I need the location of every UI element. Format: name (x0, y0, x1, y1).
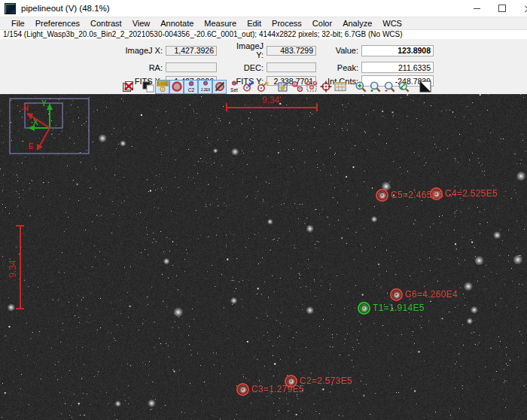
contrast-button[interactable] (141, 80, 155, 94)
aperture-c3[interactable] (236, 383, 249, 396)
menu-process[interactable]: Process (267, 19, 307, 28)
imagej-x-field[interactable] (166, 46, 217, 56)
clear-overlay-button[interactable] (255, 80, 270, 94)
zoom-in-icon (355, 81, 367, 93)
set-aperture-icon: Set (228, 81, 240, 93)
menu-color[interactable]: Color (307, 19, 337, 28)
imagej-y-field[interactable] (267, 46, 316, 56)
menu-analyze[interactable]: Analyze (337, 19, 377, 28)
clear-overlay-icon (257, 81, 269, 93)
zoom-fit-button[interactable] (396, 80, 410, 94)
zoom-in-alt-icon (369, 81, 381, 93)
window-controls (464, 0, 527, 17)
zoom-out-button[interactable] (382, 80, 396, 94)
invert-lut-button[interactable] (418, 80, 432, 94)
menu-measure[interactable]: Measure (199, 19, 242, 28)
ra-field[interactable] (166, 62, 217, 72)
annotate-pencil-button[interactable] (241, 80, 255, 94)
menu-view[interactable]: View (127, 19, 156, 28)
aperture-label-c4: C4=2.525E5 (445, 188, 498, 199)
close-icon (525, 5, 527, 12)
aperture-label-t1: T1=1.914E5 (373, 303, 425, 313)
annotate-pencil-icon (242, 81, 254, 93)
window-title: pipelineout (V) (48.1%) (21, 4, 110, 13)
aperture-label-c6: C6=4.260E4 (405, 289, 458, 300)
invert-lut-icon (419, 81, 431, 93)
aperture-c5[interactable] (376, 189, 388, 202)
counts-aperture-icon: 2.2E6 (200, 81, 212, 93)
aperture-c4[interactable] (430, 187, 443, 200)
svg-text:2.2E6: 2.2E6 (200, 88, 209, 92)
maximize-button[interactable] (489, 0, 515, 17)
aperture-label-c3: C3=1.279E5 (251, 384, 304, 394)
menu-file[interactable]: File (6, 19, 30, 28)
name-annotation-icon: NAME (157, 81, 169, 93)
minimize-button[interactable] (464, 0, 489, 17)
multi-aperture-button[interactable] (290, 80, 304, 94)
counts-aperture-button[interactable]: 2.2E6 (198, 80, 212, 94)
maximize-icon (498, 5, 506, 12)
measurement-table-button[interactable] (333, 80, 347, 94)
zoom-in-button[interactable] (353, 80, 367, 94)
dec-field[interactable] (267, 62, 316, 72)
peak-label: Peak: (327, 63, 358, 72)
aperture-icon (171, 81, 183, 93)
c2-aperture-icon: C2 (185, 81, 197, 93)
svg-text:NAME: NAME (157, 82, 167, 86)
centroid-icon (320, 81, 332, 93)
menu-annotate[interactable]: Annotate (155, 19, 199, 28)
image-info-line: 1/154 (Light_Wasp3b_20.0s_Bin2_2_2021053… (0, 30, 527, 39)
value-field: 123.8908 (361, 45, 434, 56)
image-canvas-area[interactable]: Y X N E 9.34' 9.34' C5=2.465E5C4=2.525E5… (0, 94, 527, 420)
align-stack-button[interactable] (304, 80, 318, 94)
set-aperture-button[interactable]: Set (227, 80, 241, 94)
delete-aperture-button[interactable] (212, 80, 227, 94)
contrast-icon (142, 81, 154, 93)
close-stack-icon (122, 81, 134, 93)
imagej-y-label: ImageJ Y: (227, 41, 264, 59)
delete-aperture-icon (214, 81, 226, 93)
close-stack-button[interactable] (120, 80, 135, 94)
svg-text:Set: Set (230, 87, 238, 93)
app-icon (5, 3, 16, 14)
aperture-t1[interactable] (358, 302, 370, 315)
align-stack-icon (306, 81, 318, 93)
zoom-fit-icon (398, 81, 410, 93)
zoom-in-alt-button[interactable] (367, 80, 382, 94)
multi-aperture-icon (291, 81, 303, 93)
aperture-button[interactable] (169, 80, 184, 94)
menu-preferences[interactable]: Preferences (30, 19, 85, 28)
aperture-c2[interactable] (285, 375, 297, 388)
toolbar: NAME C2 2.2E6 Set (0, 79, 527, 94)
centroid-button[interactable] (318, 80, 333, 94)
close-button[interactable] (515, 0, 527, 17)
dec-label: DEC: (227, 63, 264, 72)
annotation-layer: C5=2.465E5C4=2.525E5C6=4.260E4T1=1.914E5… (0, 94, 527, 420)
svg-text:C2: C2 (187, 87, 194, 93)
c2-aperture-button[interactable]: C2 (184, 80, 198, 94)
imagej-x-label: ImageJ X: (114, 46, 163, 55)
peak-field: 211.6335 (361, 62, 434, 73)
aperture-c6[interactable] (390, 288, 403, 301)
menu-wcs[interactable]: WCS (377, 19, 407, 28)
minimize-icon (474, 8, 480, 9)
control-panel: ImageJ X: ImageJ Y: Value: 123.8908 RA: … (0, 39, 527, 94)
ra-label: RA: (114, 63, 163, 72)
measurement-table-icon (334, 81, 346, 93)
clear-table-icon (277, 81, 289, 93)
titlebar: pipelineout (V) (48.1%) (0, 0, 527, 17)
value-label: Value: (327, 46, 358, 55)
name-annotation-button[interactable]: NAME (155, 80, 169, 94)
aperture-label-c2: C2=2.573E5 (300, 376, 352, 386)
menubar: File Preferences Contrast View Annotate … (0, 17, 527, 30)
zoom-out-icon (383, 81, 395, 93)
astroimagej-window: pipelineout (V) (48.1%) File Preferences… (0, 0, 527, 420)
menu-contrast[interactable]: Contrast (85, 19, 127, 28)
menu-edit[interactable]: Edit (242, 19, 267, 28)
clear-table-button[interactable] (276, 80, 290, 94)
